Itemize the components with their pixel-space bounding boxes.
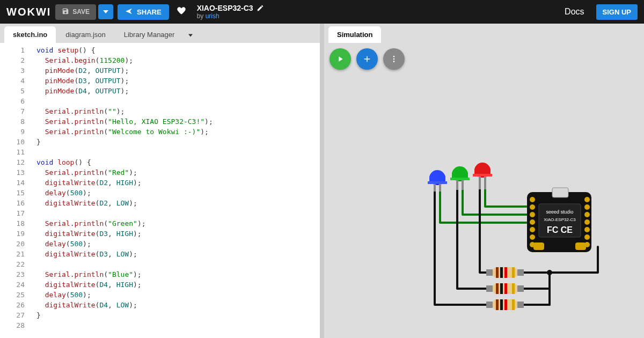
- svg-point-45: [584, 197, 590, 202]
- plus-icon: [362, 54, 372, 64]
- share-label: SHARE: [137, 8, 162, 16]
- share-icon: [125, 8, 133, 17]
- tab-diagram[interactable]: diagram.json: [57, 26, 114, 43]
- led-green[interactable]: [450, 166, 470, 190]
- led-red[interactable]: [473, 163, 492, 189]
- author-link[interactable]: urish: [206, 12, 219, 20]
- svg-rect-18: [496, 267, 499, 278]
- wire-blue-r3[interactable]: [435, 189, 486, 305]
- junction-node: [547, 270, 552, 275]
- code-editor[interactable]: 1234567891011121314151617181920212223242…: [0, 43, 320, 338]
- svg-rect-9: [456, 180, 458, 190]
- svg-rect-17: [517, 269, 524, 276]
- svg-rect-19: [500, 267, 503, 278]
- resistor-r2[interactable]: [486, 283, 524, 294]
- chevron-down-icon: [103, 9, 108, 14]
- board-brand: seeed studio: [546, 209, 573, 215]
- project-name[interactable]: XIAO-ESP32-C3: [197, 4, 264, 12]
- svg-point-40: [530, 212, 535, 217]
- svg-rect-31: [517, 302, 524, 308]
- line-gutter: 1234567891011121314151617181920212223242…: [0, 43, 32, 338]
- svg-rect-12: [473, 174, 492, 177]
- svg-rect-10: [462, 180, 464, 190]
- svg-point-0: [393, 56, 395, 57]
- svg-point-48: [584, 219, 590, 225]
- circuit-canvas[interactable]: seeed studio XIAO-ESP32-C3 FC CE: [324, 75, 644, 338]
- board-model: XIAO-ESP32-C3: [544, 217, 576, 222]
- svg-point-1: [393, 58, 395, 60]
- sim-toolbar: [324, 43, 644, 75]
- heart-icon: [177, 6, 186, 16]
- svg-point-42: [530, 227, 535, 232]
- svg-rect-25: [496, 283, 499, 294]
- save-icon: [62, 8, 69, 17]
- tab-sketch[interactable]: sketch.ino: [4, 26, 56, 43]
- chevron-down-icon: [188, 34, 193, 37]
- project-title-block: XIAO-ESP32-C3 by urish: [197, 4, 264, 20]
- board-ce-mark: FC CE: [547, 225, 573, 234]
- wire-d3-green[interactable]: [463, 189, 529, 215]
- edit-icon[interactable]: [257, 4, 264, 12]
- play-button[interactable]: [330, 48, 351, 70]
- svg-rect-32: [496, 299, 499, 310]
- tab-library-manager[interactable]: Library Manager: [115, 26, 184, 43]
- svg-point-49: [584, 227, 590, 232]
- svg-rect-37: [552, 188, 568, 197]
- add-part-button[interactable]: [356, 48, 378, 70]
- svg-point-46: [584, 204, 590, 210]
- svg-rect-34: [504, 299, 507, 310]
- svg-rect-26: [500, 283, 503, 294]
- more-menu-button[interactable]: [383, 48, 405, 70]
- svg-rect-15: [486, 269, 493, 276]
- svg-rect-53: [575, 243, 586, 250]
- svg-rect-13: [479, 177, 481, 189]
- svg-rect-5: [434, 184, 436, 192]
- more-vertical-icon: [390, 55, 398, 63]
- svg-point-47: [584, 212, 590, 217]
- svg-rect-33: [500, 299, 503, 310]
- save-label: SAVE: [72, 8, 90, 16]
- signup-button[interactable]: SIGN UP: [596, 4, 638, 20]
- favorite-button[interactable]: [177, 6, 186, 18]
- svg-rect-14: [484, 177, 486, 189]
- by-prefix: by: [197, 12, 206, 20]
- svg-rect-52: [533, 243, 544, 250]
- tab-simulation[interactable]: Simulation: [328, 26, 381, 43]
- editor-pane: sketch.ino diagram.json Library Manager …: [0, 24, 324, 338]
- tab-menu-button[interactable]: [184, 27, 197, 41]
- svg-point-41: [530, 219, 535, 225]
- svg-point-38: [530, 197, 535, 202]
- wire-d2-red[interactable]: [485, 189, 529, 207]
- docs-link[interactable]: Docs: [565, 7, 584, 17]
- svg-rect-8: [450, 178, 470, 180]
- wire-gnd-board[interactable]: [550, 247, 598, 305]
- xiao-board[interactable]: seeed studio XIAO-ESP32-C3 FC CE: [527, 188, 591, 252]
- sim-tabs: Simulation: [324, 24, 644, 43]
- logo[interactable]: WOKWI: [6, 6, 51, 18]
- save-button[interactable]: SAVE: [55, 4, 96, 20]
- svg-rect-24: [517, 285, 524, 292]
- editor-tabs: sketch.ino diagram.json Library Manager: [0, 24, 320, 43]
- led-blue[interactable]: [428, 170, 447, 192]
- code-content[interactable]: void setup() { Serial.begin(115200); pin…: [32, 43, 320, 338]
- svg-point-50: [584, 234, 590, 240]
- svg-rect-28: [512, 283, 515, 294]
- resistor-r1[interactable]: [486, 267, 524, 278]
- save-dropdown-button[interactable]: [98, 4, 113, 19]
- svg-rect-22: [486, 285, 493, 292]
- svg-rect-6: [439, 184, 441, 192]
- svg-point-43: [530, 234, 535, 240]
- play-icon: [336, 55, 345, 63]
- topbar: WOKWI SAVE SHARE XIAO-ESP32-C3 by urish …: [0, 0, 644, 24]
- svg-point-39: [530, 204, 535, 210]
- svg-rect-4: [428, 181, 447, 184]
- simulation-pane: Simulation: [324, 24, 644, 338]
- share-button[interactable]: SHARE: [118, 4, 169, 20]
- project-name-text: XIAO-ESP32-C3: [197, 4, 253, 12]
- project-author: by urish: [197, 12, 264, 20]
- svg-rect-20: [504, 267, 507, 278]
- svg-rect-21: [512, 267, 515, 278]
- svg-rect-29: [486, 302, 493, 308]
- svg-point-2: [393, 61, 395, 62]
- resistor-r3[interactable]: [486, 299, 524, 310]
